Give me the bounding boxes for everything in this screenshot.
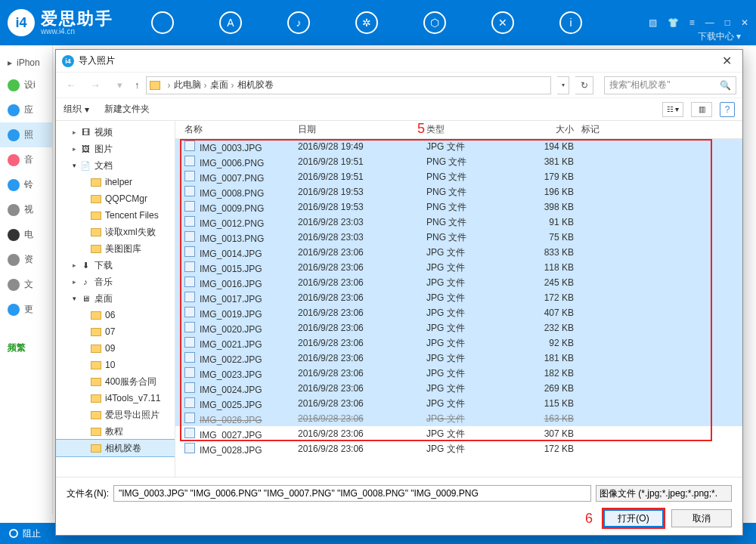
- file-row[interactable]: IMG_0028.JPG2016/9/28 23:06JPG 文件172 KB: [175, 441, 742, 456]
- sidebar-item[interactable]: 铃: [0, 172, 52, 197]
- file-row[interactable]: IMG_0016.JPG2016/9/28 23:06JPG 文件245 KB: [175, 275, 742, 290]
- file-row[interactable]: IMG_0007.PNG2016/9/28 19:51PNG 文件179 KB: [175, 169, 742, 184]
- col-name[interactable]: 名称: [184, 123, 298, 136]
- filter-select[interactable]: [596, 485, 732, 502]
- tree-item[interactable]: ▾🖥桌面: [56, 290, 175, 307]
- file-row[interactable]: IMG_0021.JPG2016/9/28 23:06JPG 文件92 KB: [175, 335, 742, 351]
- path-bar[interactable]: › 此电脑 › 桌面 › 相机胶卷: [146, 76, 552, 94]
- win-max-icon[interactable]: □: [725, 17, 730, 28]
- refresh-icon[interactable]: ↻: [575, 76, 593, 94]
- file-row[interactable]: IMG_0003.JPG2016/9/28 19:49JPG 文件194 KB: [175, 139, 742, 154]
- sidebar-item[interactable]: 更: [0, 297, 52, 322]
- file-row[interactable]: IMG_0024.JPG2016/9/28 23:06JPG 文件269 KB: [175, 381, 742, 396]
- nav-cloud-icon[interactable]: ✲: [355, 11, 378, 34]
- tree-item[interactable]: QQPCMgr: [56, 190, 175, 207]
- open-button[interactable]: 打开(O): [603, 509, 664, 527]
- status-radio-icon[interactable]: [9, 529, 18, 538]
- col-type[interactable]: 类型: [426, 123, 510, 136]
- view-mode-button[interactable]: ☷ ▾: [662, 102, 683, 117]
- tree-item[interactable]: 06: [56, 307, 175, 323]
- tree-item[interactable]: 读取xml失败: [56, 224, 175, 240]
- file-row[interactable]: IMG_0012.PNG2016/9/28 23:03PNG 文件91 KB: [175, 215, 742, 230]
- nav-up-icon[interactable]: ↑: [135, 79, 140, 91]
- sidebar-item[interactable]: 照: [0, 122, 52, 147]
- file-row[interactable]: IMG_0017.JPG2016/9/28 23:06JPG 文件172 KB: [175, 290, 742, 305]
- nav-appstore-icon[interactable]: A: [219, 11, 242, 34]
- tree-item[interactable]: 爱思导出照片: [56, 406, 175, 423]
- help-button[interactable]: ?: [720, 102, 735, 117]
- nav-back-icon[interactable]: ←: [62, 76, 80, 94]
- file-row[interactable]: IMG_0015.JPG2016/9/28 23:06JPG 文件118 KB: [175, 260, 742, 275]
- win-menu-icon[interactable]: ≡: [689, 17, 695, 28]
- nav-box-icon[interactable]: ⬡: [423, 11, 446, 34]
- breadcrumb-item[interactable]: 此电脑: [174, 79, 201, 91]
- tree-item[interactable]: 美图图库: [56, 240, 175, 257]
- file-row[interactable]: IMG_0009.PNG2016/9/28 19:53PNG 文件398 KB: [175, 199, 742, 215]
- close-icon[interactable]: ✕: [717, 54, 736, 68]
- freq-section: 频繁: [0, 337, 52, 359]
- tree-item[interactable]: ihelper: [56, 174, 175, 190]
- sidebar-item[interactable]: 资: [0, 247, 52, 272]
- chevron-right-icon: ▸: [73, 145, 80, 153]
- nav-recent-icon[interactable]: ▾: [110, 76, 129, 94]
- nav-info-icon[interactable]: i: [559, 11, 582, 34]
- tree-item[interactable]: 10: [56, 357, 175, 373]
- tree-item[interactable]: Tencent Files: [56, 207, 175, 224]
- tree-item[interactable]: 07: [56, 323, 175, 340]
- download-center[interactable]: 下载中心 ▾: [698, 30, 741, 43]
- tree-item[interactable]: i4Tools_v7.11: [56, 390, 175, 406]
- win-min-icon[interactable]: —: [705, 17, 714, 28]
- tree-item[interactable]: ▸🖼图片: [56, 141, 175, 157]
- file-row[interactable]: IMG_0019.JPG2016/9/28 23:06JPG 文件407 KB: [175, 305, 742, 320]
- file-row[interactable]: IMG_0014.JPG2016/9/28 23:06JPG 文件833 KB: [175, 245, 742, 260]
- preview-pane-button[interactable]: ▥: [691, 102, 712, 117]
- tree-item[interactable]: ▸⬇下载: [56, 257, 175, 274]
- file-row[interactable]: IMG_0027.JPG2016/9/28 23:06JPG 文件307 KB: [175, 426, 742, 441]
- win-skin-icon[interactable]: ▧: [649, 17, 657, 28]
- sidebar-item[interactable]: 视: [0, 197, 52, 222]
- folder-icon: [91, 394, 101, 403]
- col-date[interactable]: 日期: [298, 123, 426, 136]
- sidebar-item[interactable]: 设i: [0, 73, 52, 97]
- nav-apple-icon[interactable]: [151, 11, 174, 34]
- win-shirt-icon[interactable]: 👕: [668, 17, 679, 28]
- tree-item[interactable]: 教程: [56, 423, 175, 440]
- tree-item[interactable]: ▸♪音乐: [56, 274, 175, 290]
- tree-item[interactable]: ▸🎞视频: [56, 124, 175, 141]
- file-row[interactable]: IMG_0006.PNG2016/9/28 19:51PNG 文件381 KB: [175, 154, 742, 169]
- new-folder-button[interactable]: 新建文件夹: [104, 103, 150, 116]
- col-size[interactable]: 大小: [510, 123, 581, 136]
- organize-button[interactable]: 组织 ▾: [64, 103, 89, 116]
- file-row[interactable]: IMG_0026.JPG2016/9/28 23:06JPG 文件163 KB: [175, 411, 742, 426]
- col-tag[interactable]: 标记: [581, 123, 742, 136]
- folder-icon: [91, 311, 101, 320]
- sidebar-item[interactable]: 应: [0, 97, 52, 122]
- device-item[interactable]: ▸ iPhon: [0, 53, 52, 73]
- win-close-icon[interactable]: ✕: [741, 17, 748, 28]
- sidebar-item[interactable]: 电: [0, 222, 52, 247]
- nav-forward-icon[interactable]: →: [86, 76, 104, 94]
- file-row[interactable]: IMG_0023.JPG2016/9/28 23:06JPG 文件182 KB: [175, 366, 742, 381]
- tree-item[interactable]: ▾📄文档: [56, 157, 175, 174]
- list-body[interactable]: IMG_0003.JPG2016/9/28 19:49JPG 文件194 KBI…: [175, 139, 742, 477]
- nav-tools-icon[interactable]: ✕: [491, 11, 514, 34]
- folder-tree[interactable]: ▸🎞视频▸🖼图片▾📄文档ihelperQQPCMgrTencent Files读…: [56, 121, 175, 477]
- filename-input[interactable]: [113, 485, 591, 502]
- cancel-button[interactable]: 取消: [671, 509, 732, 527]
- breadcrumb-item[interactable]: 桌面: [210, 79, 228, 91]
- path-dropdown-icon[interactable]: ▾: [557, 76, 569, 94]
- file-row[interactable]: IMG_0008.PNG2016/9/28 19:53PNG 文件196 KB: [175, 184, 742, 199]
- breadcrumb-item[interactable]: 相机胶卷: [237, 79, 274, 91]
- nav-bell-icon[interactable]: ♪: [287, 11, 310, 34]
- tree-item[interactable]: 相机胶卷: [56, 440, 175, 456]
- file-row[interactable]: IMG_0020.JPG2016/9/28 23:06JPG 文件232 KB: [175, 320, 742, 335]
- file-row[interactable]: IMG_0022.JPG2016/9/28 23:06JPG 文件181 KB: [175, 351, 742, 366]
- file-row[interactable]: IMG_0013.PNG2016/9/28 23:03PNG 文件75 KB: [175, 230, 742, 245]
- file-row[interactable]: IMG_0025.JPG2016/9/28 23:06JPG 文件115 KB: [175, 396, 742, 411]
- search-input[interactable]: 搜索"相机胶卷" 🔍: [604, 76, 736, 94]
- folder-icon: [91, 212, 101, 220]
- tree-item[interactable]: 09: [56, 340, 175, 357]
- sidebar-item[interactable]: 音: [0, 147, 52, 172]
- sidebar-item[interactable]: 文: [0, 272, 52, 297]
- tree-item[interactable]: 400服务合同: [56, 373, 175, 390]
